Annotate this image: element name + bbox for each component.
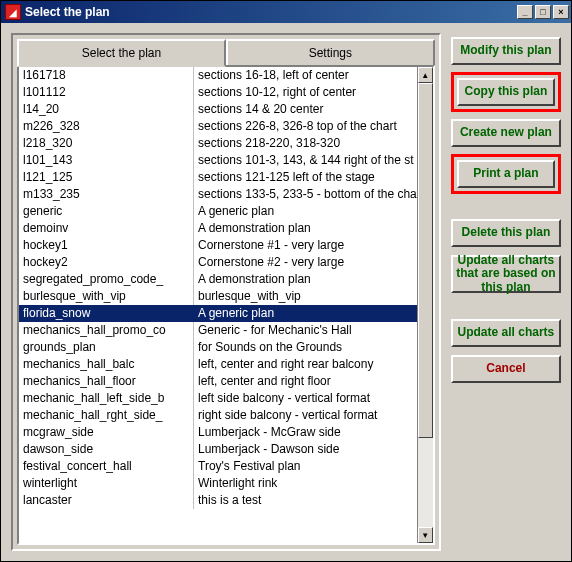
- table-row[interactable]: genericA generic plan: [19, 203, 417, 220]
- left-panel: Select the plan Settings l161718sections…: [11, 33, 441, 551]
- window-controls: _ □ ×: [517, 5, 569, 19]
- plan-name-cell: m226_328: [19, 118, 194, 135]
- table-row[interactable]: l14_20sections 14 & 20 center: [19, 101, 417, 118]
- table-row[interactable]: festival_concert_hallTroy's Festival pla…: [19, 458, 417, 475]
- plan-desc-cell: this is a test: [194, 492, 417, 509]
- table-row[interactable]: mechanic_hall_rght_side_right side balco…: [19, 407, 417, 424]
- table-row[interactable]: lancasterthis is a test: [19, 492, 417, 509]
- plan-desc-cell: A demonstration plan: [194, 220, 417, 237]
- table-row[interactable]: mechanic_hall_left_side_bleft side balco…: [19, 390, 417, 407]
- table-row[interactable]: mechanics_hall_balcleft, center and righ…: [19, 356, 417, 373]
- plan-name-cell: mechanics_hall_floor: [19, 373, 194, 390]
- tab-settings[interactable]: Settings: [226, 39, 435, 67]
- plan-desc-cell: sections 133-5, 233-5 - bottom of the ch…: [194, 186, 417, 203]
- plan-name-cell: burlesque_with_vip: [19, 288, 194, 305]
- plan-desc-cell: A generic plan: [194, 305, 417, 322]
- plan-desc-cell: sections 16-18, left of center: [194, 67, 417, 84]
- window-title: Select the plan: [25, 5, 517, 19]
- table-row[interactable]: mcgraw_sideLumberjack - McGraw side: [19, 424, 417, 441]
- close-button[interactable]: ×: [553, 5, 569, 19]
- plan-name-cell: demoinv: [19, 220, 194, 237]
- plan-desc-cell: Troy's Festival plan: [194, 458, 417, 475]
- plan-desc-cell: sections 121-125 left of the stage: [194, 169, 417, 186]
- spacer: [451, 201, 561, 211]
- plan-name-cell: generic: [19, 203, 194, 220]
- plan-desc-cell: left, center and right floor: [194, 373, 417, 390]
- plan-name-cell: hockey2: [19, 254, 194, 271]
- titlebar[interactable]: ◢ Select the plan _ □ ×: [1, 1, 571, 23]
- plan-desc-cell: A demonstration plan: [194, 271, 417, 288]
- plan-desc-cell: left side balcony - vertical format: [194, 390, 417, 407]
- table-row[interactable]: grounds_planfor Sounds on the Grounds: [19, 339, 417, 356]
- app-icon: ◢: [5, 4, 21, 20]
- plan-desc-cell: sections 226-8, 326-8 top of the chart: [194, 118, 417, 135]
- maximize-button[interactable]: □: [535, 5, 551, 19]
- plan-name-cell: l101_143: [19, 152, 194, 169]
- spacer: [451, 301, 561, 311]
- table-row[interactable]: hockey1Cornerstone #1 - very large: [19, 237, 417, 254]
- plan-name-cell: l101112: [19, 84, 194, 101]
- tab-strip: Select the plan Settings: [17, 39, 435, 67]
- plan-desc-cell: right side balcony - vertical format: [194, 407, 417, 424]
- vertical-scrollbar[interactable]: ▲ ▼: [417, 67, 433, 543]
- table-row[interactable]: m133_235sections 133-5, 233-5 - bottom o…: [19, 186, 417, 203]
- plan-desc-cell: Cornerstone #1 - very large: [194, 237, 417, 254]
- print-plan-button[interactable]: Print a plan: [457, 160, 555, 188]
- scroll-down-button[interactable]: ▼: [418, 527, 433, 543]
- plan-list-body[interactable]: l161718sections 16-18, left of centerl10…: [19, 67, 417, 543]
- table-row[interactable]: m226_328sections 226-8, 326-8 top of the…: [19, 118, 417, 135]
- delete-plan-button[interactable]: Delete this plan: [451, 219, 561, 247]
- button-panel: Modify this plan Copy this plan Create n…: [451, 33, 561, 551]
- update-all-charts-button[interactable]: Update all charts: [451, 319, 561, 347]
- plan-name-cell: l121_125: [19, 169, 194, 186]
- plan-name-cell: hockey1: [19, 237, 194, 254]
- table-row[interactable]: mechanics_hall_promo_coGeneric - for Mec…: [19, 322, 417, 339]
- table-row[interactable]: burlesque_with_vipburlesque_with_vip: [19, 288, 417, 305]
- table-row[interactable]: winterlightWinterlight rink: [19, 475, 417, 492]
- table-row[interactable]: l101112sections 10-12, right of center: [19, 84, 417, 101]
- scroll-thumb[interactable]: [418, 83, 433, 438]
- table-row[interactable]: l218_320sections 218-220, 318-320: [19, 135, 417, 152]
- table-row[interactable]: l121_125sections 121-125 left of the sta…: [19, 169, 417, 186]
- plan-desc-cell: Lumberjack - Dawson side: [194, 441, 417, 458]
- plan-desc-cell: A generic plan: [194, 203, 417, 220]
- create-plan-button[interactable]: Create new plan: [451, 119, 561, 147]
- table-row[interactable]: l161718sections 16-18, left of center: [19, 67, 417, 84]
- table-row[interactable]: mechanics_hall_floorleft, center and rig…: [19, 373, 417, 390]
- table-row[interactable]: l101_143sections 101-3, 143, & 144 right…: [19, 152, 417, 169]
- copy-plan-button[interactable]: Copy this plan: [457, 78, 555, 106]
- cancel-button[interactable]: Cancel: [451, 355, 561, 383]
- modify-plan-button[interactable]: Modify this plan: [451, 37, 561, 65]
- plan-name-cell: lancaster: [19, 492, 194, 509]
- minimize-button[interactable]: _: [517, 5, 533, 19]
- plan-name-cell: festival_concert_hall: [19, 458, 194, 475]
- plan-name-cell: winterlight: [19, 475, 194, 492]
- table-row[interactable]: demoinvA demonstration plan: [19, 220, 417, 237]
- table-row[interactable]: dawson_sideLumberjack - Dawson side: [19, 441, 417, 458]
- plan-name-cell: mechanic_hall_rght_side_: [19, 407, 194, 424]
- plan-name-cell: mechanic_hall_left_side_b: [19, 390, 194, 407]
- plan-name-cell: florida_snow: [19, 305, 194, 322]
- tab-select-plan[interactable]: Select the plan: [17, 39, 226, 67]
- plan-desc-cell: Winterlight rink: [194, 475, 417, 492]
- plan-desc-cell: sections 218-220, 318-320: [194, 135, 417, 152]
- scroll-up-button[interactable]: ▲: [418, 67, 433, 83]
- table-row[interactable]: segregated_promo_code_A demonstration pl…: [19, 271, 417, 288]
- highlight-print: Print a plan: [451, 154, 561, 194]
- plan-desc-cell: sections 14 & 20 center: [194, 101, 417, 118]
- plan-desc-cell: sections 101-3, 143, & 144 right of the …: [194, 152, 417, 169]
- highlight-copy: Copy this plan: [451, 72, 561, 112]
- table-row[interactable]: florida_snowA generic plan: [19, 305, 417, 322]
- update-based-charts-button[interactable]: Update all charts that are based on this…: [451, 255, 561, 293]
- plan-name-cell: l14_20: [19, 101, 194, 118]
- plan-desc-cell: for Sounds on the Grounds: [194, 339, 417, 356]
- table-row[interactable]: hockey2Cornerstone #2 - very large: [19, 254, 417, 271]
- plan-name-cell: mechanics_hall_promo_co: [19, 322, 194, 339]
- dialog-window: ◢ Select the plan _ □ × Select the plan …: [0, 0, 572, 562]
- plan-name-cell: grounds_plan: [19, 339, 194, 356]
- plan-name-cell: mechanics_hall_balc: [19, 356, 194, 373]
- plan-name-cell: l218_320: [19, 135, 194, 152]
- plan-name-cell: mcgraw_side: [19, 424, 194, 441]
- scroll-track[interactable]: [418, 83, 433, 527]
- plan-name-cell: segregated_promo_code_: [19, 271, 194, 288]
